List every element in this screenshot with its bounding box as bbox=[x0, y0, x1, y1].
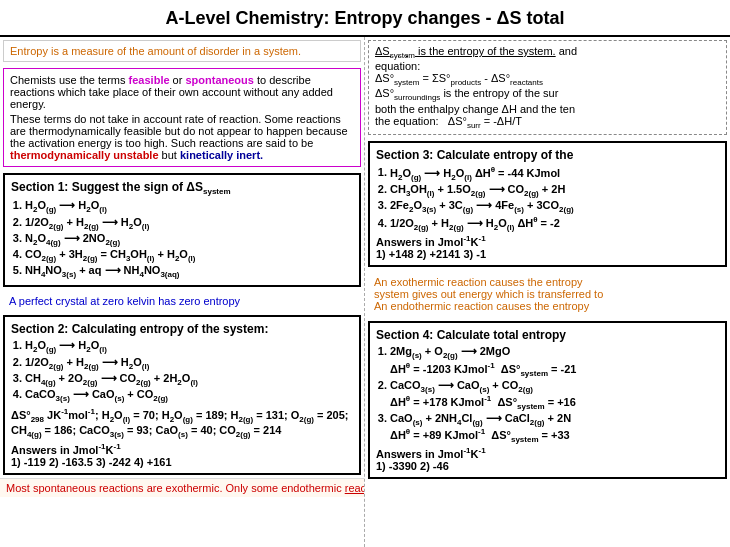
s3-item1: H2O(g) ⟶ H2O(l) ΔHθ = -44 KJmol bbox=[390, 165, 719, 182]
feasible-p2: These terms do not take in account rate … bbox=[10, 113, 354, 161]
s4-item2: CaCO3(s) ⟶ CaO(s) + CO2(g) ΔHθ = +178 KJ… bbox=[390, 379, 719, 411]
section1-header: Section 1: Suggest the sign of ΔSsystem bbox=[11, 180, 353, 196]
bottom-text-main: Most spontaneous reactions are exothermi… bbox=[6, 482, 345, 494]
s2-item4: CaCO3(s) ⟶ CaO(s) + CO2(g) bbox=[25, 388, 353, 403]
section4-header: Section 4: Calculate total entropy bbox=[376, 328, 719, 342]
section3-content: H2O(g) ⟶ H2O(l) ΔHθ = -44 KJmol CH3OH(l)… bbox=[376, 165, 719, 261]
left-column: Entropy is a measure of the amount of di… bbox=[0, 37, 365, 547]
s1-item5: NH4NO3(s) + aq ⟶ NH4NO3(aq) bbox=[25, 264, 353, 279]
bottom-bar: Most spontaneous reactions are exothermi… bbox=[0, 478, 364, 497]
right-formula1: ΔS°system = ΣS°products - ΔS°reactants bbox=[375, 72, 543, 84]
main-content: Entropy is a measure of the amount of di… bbox=[0, 37, 730, 547]
s2-values: ΔS°298 JK-1mol-1; H2O(l) = 70; H2O(g) = … bbox=[11, 407, 353, 439]
s1-item1: H2O(g) ⟶ H2O(l) bbox=[25, 199, 353, 214]
right-intro-and: and bbox=[556, 45, 577, 57]
kinetically-inert: kinetically inert. bbox=[180, 149, 263, 161]
entropy-intro-text: Entropy is a measure of the amount of di… bbox=[10, 45, 301, 57]
right-formula2: ΔS°surroundings is the entropy of the su… bbox=[375, 87, 575, 114]
right-equation-label: equation: bbox=[375, 60, 420, 72]
s2-answers: Answers in Jmol-1K-1 1) -119 2) -163.5 3… bbox=[11, 442, 353, 468]
s3-item4: 1/2O2(g) + H2(g) ⟶ H2O(l) ΔHθ = -2 bbox=[390, 215, 719, 232]
section2-box: Section 2: Calculating entropy of the sy… bbox=[3, 315, 361, 474]
exothermic-note: An exothermic reaction causes the entrop… bbox=[368, 272, 727, 316]
s2-answers-label: Answers in Jmol-1K-1 bbox=[11, 444, 121, 456]
s2-answers-values: 1) -119 2) -163.5 3) -242 4) +161 bbox=[11, 456, 172, 468]
s4-answers-label: Answers in Jmol-1K-1 bbox=[376, 448, 486, 460]
zero-entropy: A perfect crystal at zero kelvin has zer… bbox=[3, 292, 361, 310]
section4-box: Section 4: Calculate total entropy 2Mg(s… bbox=[368, 321, 727, 479]
right-formula3: the equation: ΔS°surr = -ΔH/T bbox=[375, 115, 522, 127]
s3-item3: 2Fe2O3(s) + 3C(g) ⟶ 4Fe(s) + 3CO2(g) bbox=[390, 199, 719, 214]
s4-answers: Answers in Jmol-1K-1 1) -3390 2) -46 bbox=[376, 447, 719, 473]
spontaneous-bold: spontaneous bbox=[185, 74, 253, 86]
s4-answers-values: 1) -3390 2) -46 bbox=[376, 460, 449, 472]
feasible-p1: Chemists use the terms feasible or spont… bbox=[10, 74, 354, 110]
right-column: ΔSsystem is the entropy of the system. a… bbox=[365, 37, 730, 547]
section2-header: Section 2: Calculating entropy of the sy… bbox=[11, 322, 353, 336]
section1-box: Section 1: Suggest the sign of ΔSsystem … bbox=[3, 173, 361, 287]
s2-item3: CH4(g) + 2O2(g) ⟶ CO2(g) + 2H2O(l) bbox=[25, 372, 353, 387]
bottom-reactions: reactions bbox=[345, 482, 364, 494]
page: A-Level Chemistry: Entropy changes - ΔS … bbox=[0, 0, 730, 547]
section3-header: Section 3: Calculate entropy of the bbox=[376, 148, 719, 162]
section3-box: Section 3: Calculate entropy of the H2O(… bbox=[368, 141, 727, 268]
section2-content: H2O(g) ⟶ H2O(l) 1/2O2(g) + H2(g) ⟶ H2O(l… bbox=[11, 339, 353, 467]
s3-item2: CH3OH(l) + 1.5O2(g) ⟶ CO2(g) + 2H bbox=[390, 183, 719, 198]
title-text: A-Level Chemistry: Entropy changes - ΔS … bbox=[165, 8, 564, 28]
zero-entropy-text: A perfect crystal at zero kelvin has zer… bbox=[9, 295, 240, 307]
s4-item1: 2Mg(s) + O2(g) ⟶ 2MgO ΔHθ = -1203 KJmol-… bbox=[390, 345, 719, 377]
thermo-unstable: thermodynamically unstable bbox=[10, 149, 159, 161]
right-intro: ΔSsystem is the entropy of the system. a… bbox=[368, 40, 727, 135]
s3-answers-label: Answers in Jmol-1K-1 bbox=[376, 236, 486, 248]
feasible-bold: feasible bbox=[129, 74, 170, 86]
entropy-intro: Entropy is a measure of the amount of di… bbox=[3, 40, 361, 62]
s1-item3: N2O4(g) ⟶ 2NO2(g) bbox=[25, 232, 353, 247]
s2-item2: 1/2O2(g) + H2(g) ⟶ H2O(l) bbox=[25, 356, 353, 371]
page-title: A-Level Chemistry: Entropy changes - ΔS … bbox=[0, 0, 730, 37]
s1-item4: CO2(g) + 3H2(g) = CH3OH(l) + H2O(l) bbox=[25, 248, 353, 263]
section4-content: 2Mg(s) + O2(g) ⟶ 2MgO ΔHθ = -1203 KJmol-… bbox=[376, 345, 719, 472]
delta-s-system-label: ΔSsystem is the entropy of the system. bbox=[375, 45, 556, 57]
section1-content: H2O(g) ⟶ H2O(l) 1/2O2(g) + H2(g) ⟶ H2O(l… bbox=[11, 199, 353, 279]
exothermic-note-text: An exothermic reaction causes the entrop… bbox=[374, 276, 603, 312]
feasible-section: Chemists use the terms feasible or spont… bbox=[3, 68, 361, 167]
s1-item2: 1/2O2(g) + H2(g) ⟶ H2O(l) bbox=[25, 216, 353, 231]
s3-answers-values: 1) +148 2) +2141 3) -1 bbox=[376, 248, 486, 260]
s4-item3: CaO(s) + 2NH4Cl(g) ⟶ CaCl2(g) + 2N ΔHθ =… bbox=[390, 412, 719, 444]
s2-item1: H2O(g) ⟶ H2O(l) bbox=[25, 339, 353, 354]
s3-answers: Answers in Jmol-1K-1 1) +148 2) +2141 3)… bbox=[376, 235, 719, 261]
